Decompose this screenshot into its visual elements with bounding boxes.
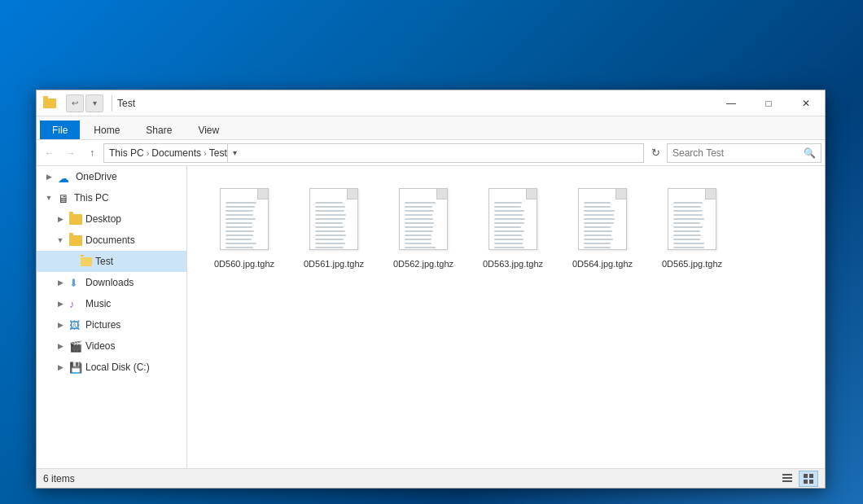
- back-button[interactable]: ←: [40, 143, 59, 163]
- sidebar-label-desktop: Desktop: [85, 213, 121, 225]
- sidebar-item-onedrive[interactable]: ▶ ☁ OneDrive: [37, 166, 186, 187]
- file-name: 0D565.jpg.tghz: [662, 258, 722, 270]
- sidebar-item-pictures[interactable]: ▶ 🖼 Pictures: [37, 314, 186, 335]
- details-view-button[interactable]: [778, 471, 797, 487]
- qa-back-btn[interactable]: ↩: [66, 94, 84, 112]
- doc-lines: [226, 202, 256, 248]
- doc-page: [220, 188, 269, 250]
- breadcrumb-sep-1: ›: [147, 148, 150, 158]
- file-item[interactable]: 0D560.jpg.tghz: [204, 182, 285, 275]
- refresh-button[interactable]: ↻: [646, 143, 665, 163]
- large-icons-view-icon: [803, 473, 814, 484]
- file-area: 0D560.jpg.tghz 0D561.jpg.tghz 0D562.jpg.…: [187, 166, 825, 468]
- expand-arrow-music[interactable]: ▶: [55, 298, 66, 309]
- sidebar-label-thispc: This PC: [74, 192, 109, 204]
- file-grid: 0D560.jpg.tghz 0D561.jpg.tghz 0D562.jpg.…: [195, 174, 817, 283]
- svg-rect-4: [809, 474, 813, 478]
- expand-arrow-thispc[interactable]: ▼: [43, 192, 55, 204]
- desktop-folder-icon: [69, 214, 82, 225]
- file-name: 0D563.jpg.tghz: [483, 258, 543, 270]
- expand-arrow-pictures[interactable]: ▶: [55, 319, 66, 331]
- pictures-icon: 🖼: [69, 319, 82, 331]
- sidebar-item-localdisk[interactable]: ▶ 💾 Local Disk (C:): [37, 357, 186, 378]
- file-item[interactable]: 0D562.jpg.tghz: [383, 182, 464, 275]
- expand-arrow-downloads[interactable]: ▶: [55, 277, 66, 288]
- sidebar-label-test: Test: [95, 256, 113, 267]
- tab-view[interactable]: View: [186, 121, 231, 139]
- file-icon: [484, 188, 542, 255]
- file-item[interactable]: 0D561.jpg.tghz: [293, 182, 375, 275]
- file-icon: [663, 188, 721, 255]
- sidebar-label-onedrive: OneDrive: [76, 171, 117, 182]
- sidebar: ▶ ☁ OneDrive ▼ 🖥 This PC ▶ Desktop ▼ Doc…: [37, 166, 187, 468]
- address-box[interactable]: This PC › Documents › Test ▾: [103, 143, 644, 163]
- breadcrumb-test[interactable]: Test: [209, 147, 227, 159]
- breadcrumb-documents[interactable]: Documents: [151, 147, 201, 159]
- search-icon[interactable]: 🔍: [804, 147, 816, 159]
- disk-icon: 💾: [69, 362, 82, 373]
- qa-down-btn[interactable]: ▾: [85, 94, 103, 112]
- breadcrumb-sep-2: ›: [204, 148, 207, 158]
- sidebar-item-documents[interactable]: ▼ Documents: [37, 230, 186, 251]
- sidebar-item-downloads[interactable]: ▶ ⬇ Downloads: [37, 272, 186, 293]
- sidebar-label-documents: Documents: [85, 234, 135, 246]
- breadcrumb-this-pc[interactable]: This PC: [109, 147, 144, 159]
- title-bar: ↩ ▾ Test — □ ✕: [37, 90, 825, 116]
- file-item[interactable]: 0D563.jpg.tghz: [472, 182, 554, 275]
- maximize-button[interactable]: □: [750, 90, 787, 116]
- file-icon: [394, 188, 453, 255]
- onedrive-icon: ☁: [58, 172, 72, 182]
- sidebar-label-downloads: Downloads: [85, 277, 134, 288]
- up-button[interactable]: ↑: [82, 143, 102, 163]
- close-button[interactable]: ✕: [787, 90, 825, 116]
- svg-rect-1: [782, 477, 792, 479]
- address-dropdown[interactable]: ▾: [227, 143, 242, 163]
- explorer-window: ↩ ▾ Test — □ ✕ File Home Share View ← → …: [36, 90, 826, 489]
- tab-home[interactable]: Home: [81, 121, 132, 139]
- view-buttons: [778, 471, 818, 487]
- sidebar-label-pictures: Pictures: [85, 319, 120, 331]
- sidebar-item-test[interactable]: Test: [37, 251, 186, 272]
- file-item[interactable]: 0D565.jpg.tghz: [651, 182, 733, 275]
- expand-arrow-desktop[interactable]: ▶: [55, 213, 66, 225]
- expand-arrow-localdisk[interactable]: ▶: [55, 362, 66, 373]
- doc-page: [309, 188, 358, 250]
- tab-file[interactable]: File: [40, 121, 80, 139]
- sidebar-item-music[interactable]: ▶ ♪ Music: [37, 293, 186, 314]
- expand-arrow-test[interactable]: [66, 256, 77, 267]
- doc-page: [488, 188, 537, 250]
- main-content: ▶ ☁ OneDrive ▼ 🖥 This PC ▶ Desktop ▼ Doc…: [37, 166, 825, 468]
- minimize-button[interactable]: —: [712, 90, 750, 116]
- sidebar-item-thispc[interactable]: ▼ 🖥 This PC: [37, 187, 186, 208]
- tab-share[interactable]: Share: [134, 121, 184, 139]
- search-input[interactable]: [672, 147, 804, 159]
- expand-arrow[interactable]: ▶: [43, 171, 55, 182]
- pc-icon: 🖥: [58, 192, 71, 204]
- quick-access-toolbar: ↩ ▾: [63, 94, 107, 112]
- file-item[interactable]: 0D564.jpg.tghz: [562, 182, 643, 275]
- music-icon: ♪: [69, 298, 82, 309]
- file-name: 0D562.jpg.tghz: [393, 258, 453, 270]
- videos-icon: 🎬: [69, 340, 82, 352]
- svg-rect-6: [809, 480, 813, 484]
- expand-arrow-videos[interactable]: ▶: [55, 340, 66, 352]
- file-icon: [304, 188, 363, 255]
- sidebar-label-localdisk: Local Disk (C:): [85, 362, 150, 373]
- file-name: 0D560.jpg.tghz: [214, 258, 274, 270]
- large-icons-view-button[interactable]: [799, 471, 818, 487]
- window-controls: — □ ✕: [712, 90, 825, 116]
- svg-rect-2: [782, 480, 792, 482]
- sidebar-item-videos[interactable]: ▶ 🎬 Videos: [37, 335, 186, 357]
- details-view-icon: [782, 473, 793, 484]
- expand-arrow-documents[interactable]: ▼: [55, 234, 66, 246]
- window-icon: [37, 90, 63, 116]
- forward-button[interactable]: →: [61, 143, 81, 163]
- file-icon: [215, 188, 274, 255]
- downloads-icon: ⬇: [69, 277, 82, 288]
- address-bar: ← → ↑ This PC › Documents › Test ▾ ↻ 🔍: [37, 140, 825, 166]
- sidebar-item-desktop[interactable]: ▶ Desktop: [37, 208, 186, 230]
- window-title: Test: [117, 98, 712, 109]
- test-folder-icon: [81, 257, 92, 266]
- doc-page: [578, 188, 627, 250]
- search-box[interactable]: 🔍: [667, 143, 821, 163]
